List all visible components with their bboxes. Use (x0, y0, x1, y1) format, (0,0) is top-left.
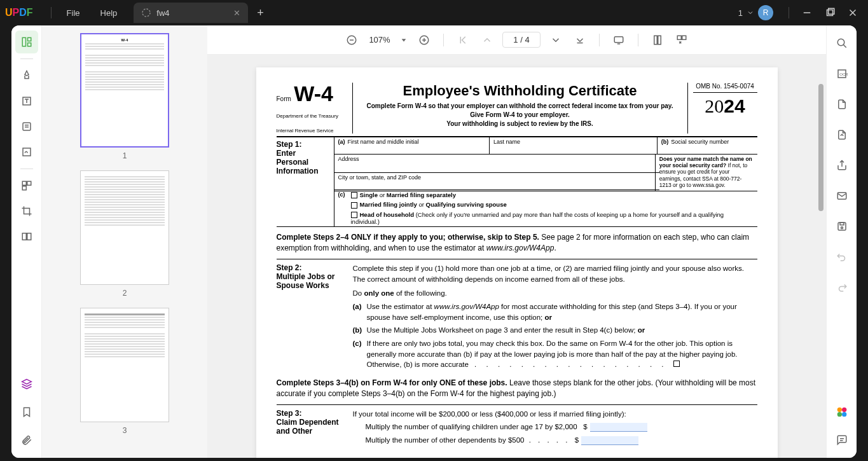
layers-button[interactable] (15, 373, 38, 396)
organize-button[interactable] (15, 174, 38, 197)
field-address: Address (338, 156, 359, 162)
last-page-button[interactable] (571, 31, 589, 49)
account-count: 1 (738, 8, 743, 18)
svg-rect-31 (658, 36, 661, 45)
step-1-row: Step 1:Enter Personal Information (a)Fir… (277, 137, 757, 227)
crop-button[interactable] (15, 200, 38, 223)
tab-add-button[interactable]: + (251, 6, 270, 20)
step-3-line-2: Multiply the number of other dependents … (353, 435, 757, 446)
right-toolbar: OCR (826, 25, 857, 458)
step-2-title: Multiple Jobs or Spouse Works (277, 272, 335, 290)
first-page-button[interactable] (454, 31, 472, 49)
tab-close-icon[interactable]: ✕ (233, 8, 240, 18)
svg-rect-15 (27, 181, 31, 185)
zoom-level: 107% (367, 35, 392, 45)
search-button[interactable] (832, 33, 852, 53)
svg-rect-14 (22, 181, 26, 185)
pdf-page: Form W-4 Department of the Treasury Inte… (256, 67, 778, 458)
instruction-para-2: Complete Steps 3–4(b) on Form W-4 for on… (277, 378, 757, 399)
signature-button[interactable] (15, 141, 38, 163)
thumbnail-page-1[interactable]: W-4 (80, 33, 169, 148)
thumbnail-item[interactable]: 3 (50, 308, 200, 435)
account-badge[interactable]: 1 R (738, 5, 773, 20)
divider (51, 7, 52, 18)
ocr-button[interactable]: OCR (832, 64, 852, 84)
zoom-in-button[interactable] (415, 31, 433, 49)
step-3-intro: If your total income will be $200,000 or… (353, 409, 757, 420)
minimize-button[interactable] (797, 3, 817, 23)
tab-bar: fw4 ✕ + (134, 3, 270, 23)
form-label: Form (277, 95, 291, 102)
zoom-dropdown[interactable] (399, 31, 409, 49)
right-rail-bottom (832, 402, 852, 450)
redo-button[interactable] (832, 277, 852, 298)
next-page-button[interactable] (547, 31, 565, 49)
svg-rect-33 (682, 36, 686, 39)
export-button[interactable] (832, 125, 852, 145)
svg-point-34 (837, 39, 844, 46)
document-tab[interactable]: fw4 ✕ (134, 3, 248, 23)
reflow-button[interactable] (673, 31, 691, 49)
step-2-intro: Complete this step if you (1) hold more … (353, 263, 757, 284)
field-ssn: Social security number (671, 139, 729, 145)
filing-status-hoh[interactable]: Head of household (Check only if you're … (347, 210, 757, 226)
filing-status-married[interactable]: Married filing jointly or Qualifying sur… (347, 200, 757, 209)
svg-rect-30 (654, 36, 658, 45)
thumbnail-page-3[interactable] (80, 308, 169, 422)
thumbnail-page-2[interactable] (80, 170, 169, 285)
thumbnails-button[interactable] (15, 31, 38, 53)
compare-button[interactable] (15, 225, 38, 248)
menu-help[interactable]: Help (90, 8, 128, 18)
loading-icon (141, 8, 151, 18)
filing-status-single[interactable]: Single or Married filing separately (347, 190, 757, 200)
page-number-input[interactable]: 1 / 4 (502, 32, 541, 48)
comment-button[interactable] (832, 430, 852, 450)
separator (20, 58, 33, 59)
scrollbar[interactable] (818, 84, 825, 458)
divider (789, 7, 789, 18)
convert-button[interactable] (832, 94, 852, 114)
form-title: Employee's Withholding Certificate (359, 83, 681, 99)
field-city: City or town, state, and ZIP code (338, 174, 421, 181)
step-2c-checkbox[interactable] (673, 361, 680, 367)
attachment-button[interactable] (15, 429, 38, 451)
thumbnail-panel[interactable]: W-4 1 2 3 (42, 25, 207, 458)
form-year: 2024 (693, 95, 757, 117)
text-tool-button[interactable] (15, 90, 38, 113)
maximize-button[interactable] (820, 3, 840, 23)
prev-page-button[interactable] (478, 31, 496, 49)
instruction-para-1: Complete Steps 2–4 ONLY if they apply to… (277, 232, 757, 254)
dependents-amount-field[interactable] (581, 436, 638, 445)
bookmark-button[interactable] (15, 401, 38, 423)
form-tool-button[interactable] (15, 115, 38, 138)
thumbnail-item[interactable]: W-4 1 (50, 33, 200, 160)
svg-point-42 (841, 227, 843, 229)
menu-file[interactable]: File (57, 8, 90, 18)
scrollbar-thumb[interactable] (818, 84, 823, 211)
step-2-option-c: (c)If there are only two jobs total, you… (353, 338, 757, 370)
form-header: Form W-4 Department of the Treasury Inte… (277, 83, 757, 137)
email-button[interactable] (832, 186, 852, 206)
save-button[interactable] (832, 216, 852, 237)
dept-line-2: Internal Revenue Service (277, 128, 347, 134)
step-3-line-1: Multiply the number of qualifying childr… (353, 422, 757, 432)
svg-rect-41 (840, 223, 844, 225)
step-2-option-b: (b)Use the Multiple Jobs Worksheet on pa… (353, 325, 757, 336)
share-button[interactable] (832, 155, 852, 175)
undo-button[interactable] (832, 247, 852, 267)
document-viewport[interactable]: Form W-4 Department of the Treasury Inte… (207, 55, 826, 458)
page-view-button[interactable] (649, 31, 666, 49)
ai-button[interactable] (832, 402, 852, 422)
step-1-title: Enter Personal Information (277, 149, 319, 175)
svg-marker-22 (402, 39, 406, 41)
thumbnail-label: 3 (50, 426, 200, 435)
highlighter-button[interactable] (15, 64, 38, 87)
presentation-button[interactable] (610, 31, 628, 49)
children-amount-field[interactable] (590, 423, 647, 432)
thumbnail-item[interactable]: 2 (50, 170, 200, 298)
titlebar: UPDF File Help fw4 ✕ + 1 R (0, 0, 868, 25)
svg-point-45 (837, 412, 841, 416)
zoom-out-button[interactable] (343, 31, 361, 49)
close-button[interactable] (843, 3, 863, 23)
svg-rect-7 (27, 38, 31, 41)
